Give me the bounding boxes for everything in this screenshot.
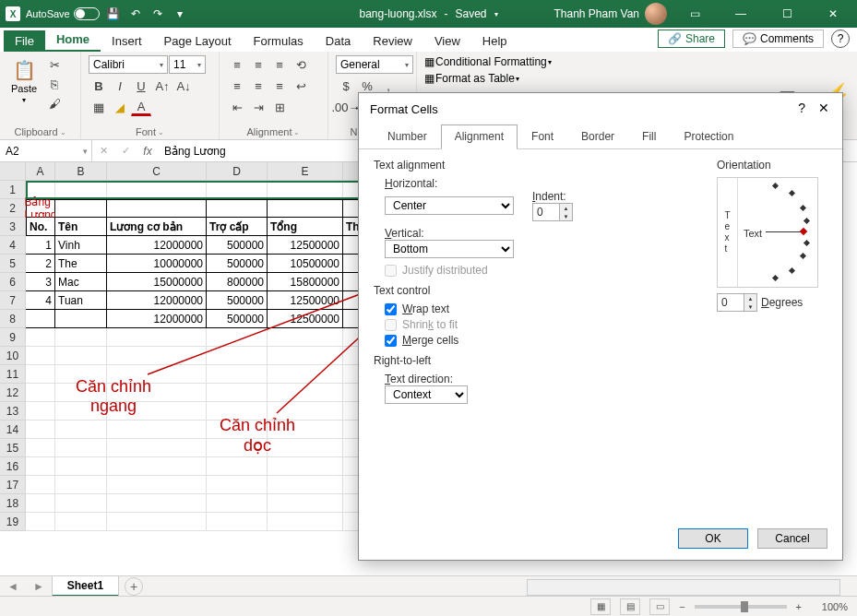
cell[interactable]: Mac (55, 273, 107, 291)
cell[interactable]: 500000 (207, 255, 268, 273)
zoom-out-icon[interactable]: − (679, 601, 684, 612)
cell[interactable] (268, 513, 343, 531)
cell[interactable] (107, 421, 207, 439)
align-bottom-icon[interactable]: ≡ (269, 55, 290, 74)
cell[interactable] (26, 513, 55, 531)
cell[interactable]: 15800000 (268, 273, 343, 291)
cell[interactable] (107, 384, 207, 402)
cell[interactable]: 12000000 (107, 291, 207, 310)
cell[interactable] (55, 494, 107, 513)
cell[interactable] (107, 402, 207, 421)
cell[interactable] (26, 347, 55, 365)
cell[interactable] (207, 421, 268, 439)
zoom-slider[interactable] (695, 605, 787, 609)
cell[interactable] (107, 347, 207, 365)
cell[interactable] (268, 181, 343, 199)
tab-formulas[interactable]: Formulas (243, 30, 315, 52)
currency-icon[interactable]: $ (336, 77, 356, 95)
cell[interactable] (55, 365, 107, 384)
row-header[interactable]: 4 (0, 236, 26, 255)
cell[interactable]: Bảng Lương (26, 199, 55, 218)
fx-icon[interactable]: fx (137, 140, 159, 161)
cell[interactable] (26, 494, 55, 513)
cell[interactable] (207, 328, 268, 347)
name-box[interactable]: A2▾ (0, 140, 92, 161)
col-header[interactable]: C (107, 162, 207, 181)
share-button[interactable]: 🔗 Share (658, 30, 725, 48)
cancel-button[interactable]: Cancel (757, 528, 827, 549)
cell[interactable] (55, 199, 107, 218)
cell[interactable] (55, 402, 107, 421)
cell[interactable] (26, 365, 55, 384)
cell[interactable] (207, 181, 268, 199)
row-header[interactable]: 2 (0, 199, 26, 218)
cell[interactable] (207, 439, 268, 457)
number-format-combo[interactable]: General▾ (336, 55, 413, 74)
cell[interactable] (207, 384, 268, 402)
dialog-tab-protection[interactable]: Protection (670, 124, 747, 148)
align-center-icon[interactable]: ≡ (248, 77, 268, 95)
row-header[interactable]: 11 (0, 365, 26, 384)
close-window-icon[interactable]: ✕ (815, 0, 851, 28)
cell[interactable] (26, 384, 55, 402)
copy-icon[interactable]: ⎘ (44, 75, 65, 93)
cell[interactable] (268, 439, 343, 457)
row-header[interactable]: 13 (0, 402, 26, 421)
save-icon[interactable]: 💾 (105, 6, 122, 22)
maximize-icon[interactable]: ☐ (768, 0, 805, 28)
row-header[interactable]: 6 (0, 273, 26, 291)
cell[interactable] (107, 199, 207, 218)
row-header[interactable]: 18 (0, 494, 26, 513)
row-header[interactable]: 7 (0, 291, 26, 310)
cell[interactable] (55, 328, 107, 347)
cell[interactable]: 800000 (207, 273, 268, 291)
cell[interactable] (26, 421, 55, 439)
cell[interactable]: The (55, 255, 107, 273)
cell[interactable] (268, 347, 343, 365)
bold-button[interactable]: B (89, 77, 109, 95)
cell[interactable] (55, 513, 107, 531)
enter-icon[interactable]: ✓ (114, 140, 137, 161)
increase-indent-icon[interactable]: ⇥ (248, 98, 268, 116)
qat-dropdown[interactable]: ▾ (172, 6, 188, 22)
dialog-tab-alignment[interactable]: Alignment (441, 124, 518, 149)
merge-center-icon[interactable]: ⊞ (269, 98, 290, 116)
col-header[interactable]: A (26, 162, 55, 181)
horizontal-scrollbar[interactable] (527, 579, 840, 596)
cell[interactable] (268, 328, 343, 347)
cell[interactable] (55, 439, 107, 457)
font-name-combo[interactable]: Calibri▾ (89, 55, 168, 74)
row-header[interactable]: 9 (0, 328, 26, 347)
orientation-control[interactable]: Text Text (717, 177, 818, 288)
cell[interactable] (207, 365, 268, 384)
page-layout-view-icon[interactable]: ▤ (620, 598, 640, 615)
cut-icon[interactable]: ✂ (44, 55, 65, 74)
vertical-select[interactable]: Bottom (385, 240, 514, 258)
user-account[interactable]: Thanh Pham Van (553, 3, 667, 25)
row-header[interactable]: 15 (0, 439, 26, 457)
cell[interactable]: 10500000 (268, 255, 343, 273)
degrees-spinner[interactable]: 0 ▲▼ (717, 293, 757, 312)
paste-button[interactable]: 📋 Paste ▾ (7, 55, 41, 124)
cell[interactable]: 12000000 (107, 236, 207, 255)
wrap-text-icon[interactable]: ↩ (291, 77, 311, 95)
cell[interactable]: 12500000 (268, 291, 343, 310)
increase-font-icon[interactable]: A↑ (152, 77, 173, 95)
cell[interactable] (207, 476, 268, 494)
zoom-pct[interactable]: 100% (811, 601, 848, 612)
cell[interactable] (268, 402, 343, 421)
cell[interactable]: Lương cơ bản (107, 218, 207, 236)
normal-view-icon[interactable]: ▦ (590, 598, 611, 615)
dialog-title-bar[interactable]: Format Cells ? ✕ (359, 93, 842, 124)
dialog-tab-font[interactable]: Font (518, 124, 567, 148)
cell[interactable]: 500000 (207, 310, 268, 328)
text-direction-select[interactable]: Context (385, 385, 468, 404)
cell[interactable] (26, 457, 55, 476)
tab-insert[interactable]: Insert (101, 30, 153, 52)
cell[interactable] (107, 513, 207, 531)
cell[interactable] (107, 365, 207, 384)
dialog-tab-fill[interactable]: Fill (628, 124, 670, 148)
cell[interactable]: 12500000 (268, 236, 343, 255)
border-button[interactable]: ▦ (89, 98, 109, 116)
row-header[interactable]: 17 (0, 476, 26, 494)
